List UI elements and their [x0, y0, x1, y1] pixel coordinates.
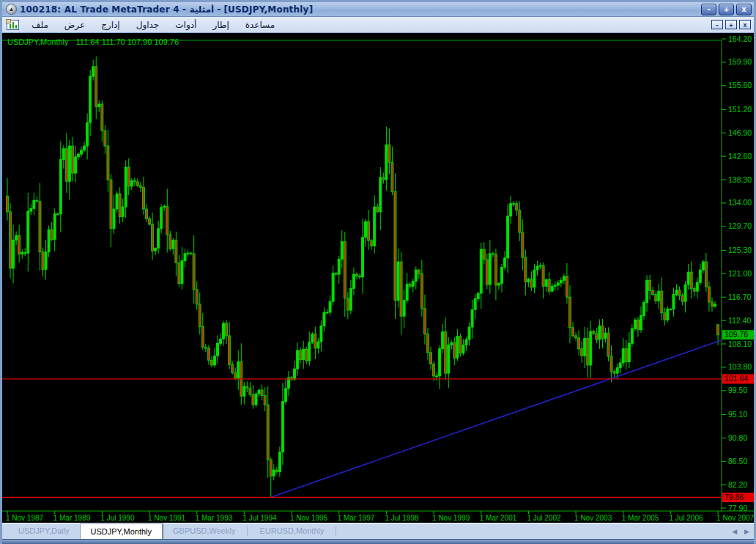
menu-tools[interactable]: أدوات — [167, 19, 204, 31]
menu-file[interactable]: ملف — [23, 19, 56, 31]
svg-text:1 Nov 1995: 1 Nov 1995 — [290, 514, 328, 522]
chart-ohlc-values: 111.64 111.70 107.90 109.76 — [76, 37, 179, 46]
svg-text:1 Nov 2003: 1 Nov 2003 — [574, 514, 612, 522]
chart-tab-bar: USDJPY,Daily USDJPY,Monthly GBPUSD,Weekl… — [2, 523, 754, 539]
app-logo-icon: ▲ — [6, 4, 17, 15]
price-chart-canvas[interactable]: 164.20159.90155.60151.20146.90142.60138.… — [2, 33, 754, 523]
menu-bar: ملف عرض إدارج جداول أدوات إطار مساعدة - … — [2, 17, 754, 33]
svg-text:79.86: 79.86 — [724, 493, 744, 501]
chart-area[interactable]: USDJPY,Monthly111.64 111.70 107.90 109.7… — [2, 33, 754, 523]
menu-charts[interactable]: جداول — [128, 19, 168, 31]
svg-text:1 Mar 1997: 1 Mar 1997 — [338, 514, 375, 522]
svg-text:108.10: 108.10 — [728, 339, 752, 348]
svg-text:146.90: 146.90 — [728, 128, 752, 137]
svg-text:1 Mar 2005: 1 Mar 2005 — [622, 514, 659, 522]
menu-view[interactable]: عرض — [56, 19, 93, 31]
svg-text:1 Mar 1989: 1 Mar 1989 — [53, 514, 91, 522]
tab-gbpusd-weekly[interactable]: GBPUSD,Weekly — [163, 523, 245, 539]
tab-separator — [336, 526, 336, 536]
tab-scroll-right-icon[interactable]: ▶ — [744, 526, 749, 537]
svg-text:77.90: 77.90 — [728, 504, 747, 512]
svg-text:1 Mar 2001: 1 Mar 2001 — [480, 514, 517, 522]
window-title: 100218: AL Trade MetaTrader 4 - أمثلية -… — [20, 4, 699, 15]
menu-help[interactable]: مساعدة — [237, 19, 284, 31]
svg-text:1 Jul 1998: 1 Jul 1998 — [385, 514, 419, 522]
svg-text:164.20: 164.20 — [728, 34, 752, 43]
svg-text:129.70: 129.70 — [728, 221, 752, 230]
chart-minimize-button[interactable]: - — [711, 20, 723, 29]
window-bottom-edge — [2, 539, 754, 544]
tab-usdjpy-monthly[interactable]: USDJPY,Monthly — [80, 523, 163, 539]
svg-text:159.90: 159.90 — [728, 57, 752, 66]
svg-text:109.76: 109.76 — [724, 330, 748, 339]
svg-text:86.50: 86.50 — [728, 457, 747, 466]
chart-symbol-label: USDJPY,Monthly — [7, 37, 69, 46]
chart-close-button[interactable]: x — [739, 20, 751, 29]
chart-restore-button[interactable]: + — [725, 20, 737, 29]
chart-ohlc-label: USDJPY,Monthly111.64 111.70 107.90 109.7… — [7, 37, 179, 46]
svg-text:142.60: 142.60 — [728, 152, 752, 161]
svg-text:112.40: 112.40 — [728, 316, 751, 325]
tab-usdjpy-daily[interactable]: USDJPY,Daily — [8, 523, 80, 539]
tab-scroll-left-icon[interactable]: ◀ — [732, 526, 737, 537]
menu-insert[interactable]: إدارج — [93, 19, 128, 31]
svg-text:103.80: 103.80 — [728, 362, 752, 371]
chart-system-menu-icon[interactable] — [7, 20, 19, 30]
metatrader-window: ▲ 100218: AL Trade MetaTrader 4 - أمثلية… — [0, 0, 756, 544]
svg-text:99.50: 99.50 — [728, 386, 747, 394]
svg-text:95.10: 95.10 — [728, 410, 747, 419]
svg-text:1 Nov 2007: 1 Nov 2007 — [716, 514, 754, 522]
svg-text:1 Jul 1990: 1 Jul 1990 — [100, 514, 135, 522]
svg-text:121.00: 121.00 — [728, 269, 752, 278]
svg-text:151.20: 151.20 — [728, 105, 752, 114]
svg-text:1 Nov 1999: 1 Nov 1999 — [432, 514, 470, 522]
svg-text:101.64: 101.64 — [724, 374, 748, 383]
svg-text:116.70: 116.70 — [728, 293, 751, 301]
svg-text:125.30: 125.30 — [728, 246, 752, 254]
svg-text:1 Nov 1991: 1 Nov 1991 — [148, 514, 186, 522]
close-button[interactable]: x — [736, 4, 752, 15]
tab-separator — [247, 526, 248, 536]
svg-text:82.20: 82.20 — [728, 480, 747, 489]
tab-eurusd-monthly[interactable]: EURUSD,Monthly — [249, 523, 334, 539]
svg-text:1 Jul 1994: 1 Jul 1994 — [242, 514, 277, 522]
svg-text:90.80: 90.80 — [728, 433, 747, 442]
svg-text:134.00: 134.00 — [728, 198, 752, 207]
title-bar: ▲ 100218: AL Trade MetaTrader 4 - أمثلية… — [2, 2, 754, 17]
svg-text:1 Mar 1993: 1 Mar 1993 — [196, 514, 233, 522]
svg-text:1 Jul 2006: 1 Jul 2006 — [669, 514, 703, 522]
menu-window[interactable]: إطار — [204, 19, 237, 31]
svg-text:1 Nov 1987: 1 Nov 1987 — [6, 514, 44, 522]
svg-text:1 Jul 2002: 1 Jul 2002 — [527, 514, 561, 522]
svg-text:155.60: 155.60 — [728, 81, 752, 89]
maximize-button[interactable]: + — [719, 4, 734, 15]
svg-text:138.30: 138.30 — [728, 175, 752, 184]
minimize-button[interactable]: - — [701, 4, 716, 15]
